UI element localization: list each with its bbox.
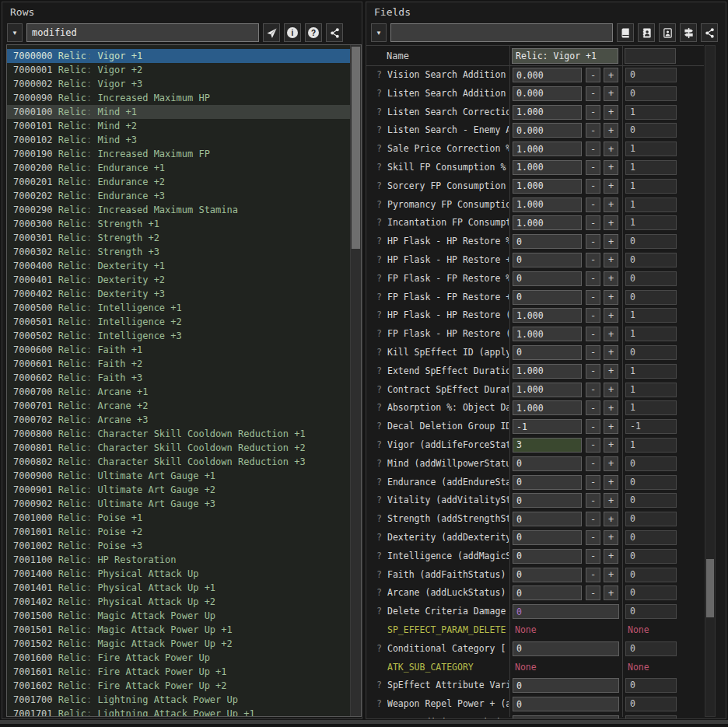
- fields-search-filter-dropdown[interactable]: ▼: [371, 23, 387, 42]
- param-row[interactable]: 7000102 Relic: Mind +3: [7, 133, 350, 147]
- param-row[interactable]: 7001600 Relic: Fire Attack Power Up: [7, 651, 350, 665]
- decrement-button[interactable]: -: [586, 475, 600, 490]
- decrement-button[interactable]: -: [586, 585, 600, 600]
- decrement-button[interactable]: -: [586, 105, 600, 120]
- increment-button[interactable]: +: [604, 123, 618, 138]
- field-value-input[interactable]: [513, 68, 582, 82]
- param-row[interactable]: 7000801 Relic: Character Skill Cooldown …: [7, 441, 350, 455]
- increment-button[interactable]: +: [604, 456, 618, 471]
- rows-info-button[interactable]: i: [284, 23, 301, 42]
- increment-button[interactable]: +: [604, 364, 618, 379]
- decrement-button[interactable]: -: [586, 179, 600, 194]
- increment-button[interactable]: +: [604, 142, 618, 156]
- increment-button[interactable]: +: [604, 234, 618, 249]
- field-value-input[interactable]: [513, 142, 582, 156]
- param-row[interactable]: 7000302 Relic: Strength +3: [7, 245, 350, 259]
- row-name-input[interactable]: [512, 48, 618, 64]
- param-row[interactable]: 7001002 Relic: Poise +3: [7, 539, 350, 553]
- param-row[interactable]: 7001501 Relic: Magic Attack Power Up +1: [7, 623, 350, 637]
- param-row[interactable]: 7000100 Relic: Mind +1: [7, 105, 350, 119]
- increment-button[interactable]: +: [604, 419, 618, 434]
- param-row[interactable]: 7000501 Relic: Intelligence +2: [7, 315, 350, 329]
- param-row[interactable]: 7001000 Relic: Poise +1: [7, 511, 350, 525]
- decrement-button[interactable]: -: [586, 234, 600, 249]
- field-value-input[interactable]: [513, 123, 582, 138]
- rows-search-filter-dropdown[interactable]: ▼: [7, 23, 23, 42]
- increment-button[interactable]: +: [604, 493, 618, 508]
- param-row[interactable]: 7000700 Relic: Arcane +1: [7, 385, 350, 399]
- increment-button[interactable]: +: [604, 160, 618, 175]
- param-row[interactable]: 7001601 Relic: Fire Attack Power Up +1: [7, 665, 350, 679]
- param-row[interactable]: 7001602 Relic: Fire Attack Power Up +2: [7, 679, 350, 693]
- field-value-input[interactable]: [513, 697, 619, 711]
- decrement-button[interactable]: -: [586, 512, 600, 526]
- decrement-button[interactable]: -: [586, 215, 600, 230]
- param-row[interactable]: 7000200 Relic: Endurance +1: [7, 161, 350, 175]
- increment-button[interactable]: +: [604, 512, 618, 526]
- fields-search-input[interactable]: [390, 23, 613, 42]
- decrement-button[interactable]: -: [586, 253, 600, 267]
- param-row[interactable]: 7000502 Relic: Intelligence +3: [7, 329, 350, 343]
- increment-button[interactable]: +: [604, 585, 618, 600]
- increment-button[interactable]: +: [604, 290, 618, 305]
- field-value-input[interactable]: [513, 345, 582, 360]
- param-row[interactable]: 7000400 Relic: Dexterity +1: [7, 259, 350, 273]
- fields-share-button[interactable]: [701, 23, 718, 42]
- param-row[interactable]: 7001001 Relic: Poise +2: [7, 525, 350, 539]
- fields-contact-filled-button[interactable]: [638, 23, 655, 42]
- increment-button[interactable]: +: [604, 105, 618, 120]
- fields-scrollbar-thumb[interactable]: [706, 559, 714, 617]
- increment-button[interactable]: +: [604, 475, 618, 490]
- field-value-input[interactable]: [513, 253, 582, 267]
- fields-scrollbar[interactable]: [705, 45, 716, 717]
- param-row[interactable]: 7000300 Relic: Strength +1: [7, 217, 350, 231]
- param-row[interactable]: 7000402 Relic: Dexterity +3: [7, 287, 350, 301]
- increment-button[interactable]: +: [604, 438, 618, 453]
- field-value-input[interactable]: [513, 179, 582, 194]
- field-value-input[interactable]: [513, 364, 582, 379]
- increment-button[interactable]: +: [604, 215, 618, 230]
- param-row[interactable]: 7001700 Relic: Lightning Attack Power Up: [7, 693, 350, 707]
- field-value-input[interactable]: [513, 86, 582, 101]
- decrement-button[interactable]: -: [586, 568, 600, 582]
- increment-button[interactable]: +: [604, 308, 618, 323]
- param-row[interactable]: 7000900 Relic: Ultimate Art Gauge +1: [7, 469, 350, 483]
- increment-button[interactable]: +: [604, 253, 618, 267]
- param-row[interactable]: 7001400 Relic: Physical Attack Up: [7, 567, 350, 581]
- increment-button[interactable]: +: [604, 86, 618, 101]
- param-row[interactable]: 7000090 Relic: Increased Maximum HP: [7, 91, 350, 105]
- param-row[interactable]: 7000701 Relic: Arcane +2: [7, 399, 350, 413]
- field-value-input[interactable]: [513, 585, 582, 600]
- field-value-input[interactable]: [513, 568, 582, 582]
- increment-button[interactable]: +: [604, 197, 618, 212]
- field-value-input[interactable]: [513, 678, 619, 693]
- param-row[interactable]: 7000202 Relic: Endurance +3: [7, 189, 350, 203]
- field-value-input[interactable]: [513, 493, 582, 508]
- decrement-button[interactable]: -: [586, 327, 600, 341]
- param-row[interactable]: 7001502 Relic: Magic Attack Power Up +2: [7, 637, 350, 651]
- increment-button[interactable]: +: [604, 400, 618, 415]
- fields-view-layout-button[interactable]: [680, 23, 697, 42]
- field-value-input[interactable]: [513, 234, 582, 249]
- param-row[interactable]: 7000902 Relic: Ultimate Art Gauge +3: [7, 497, 350, 511]
- param-row[interactable]: 7001100 Relic: HP Restoration: [7, 553, 350, 567]
- param-row[interactable]: 7000401 Relic: Dexterity +2: [7, 273, 350, 287]
- decrement-button[interactable]: -: [586, 197, 600, 212]
- field-value-input[interactable]: [513, 197, 582, 212]
- field-value-input[interactable]: [513, 549, 582, 564]
- rows-scrollbar-thumb[interactable]: [352, 47, 360, 249]
- field-value-input[interactable]: [513, 530, 582, 545]
- field-value-input[interactable]: [513, 456, 582, 471]
- param-row[interactable]: 7000290 Relic: Increased Maximum Stamina: [7, 203, 350, 217]
- field-value-input[interactable]: [513, 604, 619, 619]
- decrement-button[interactable]: -: [586, 383, 600, 397]
- decrement-button[interactable]: -: [586, 438, 600, 453]
- field-value-input[interactable]: [513, 475, 582, 490]
- decrement-button[interactable]: -: [586, 364, 600, 379]
- increment-button[interactable]: +: [604, 568, 618, 582]
- field-value-input[interactable]: [513, 215, 582, 230]
- decrement-button[interactable]: -: [586, 123, 600, 138]
- decrement-button[interactable]: -: [586, 549, 600, 564]
- fields-book-button[interactable]: [617, 23, 634, 42]
- rows-search-input[interactable]: [26, 23, 259, 42]
